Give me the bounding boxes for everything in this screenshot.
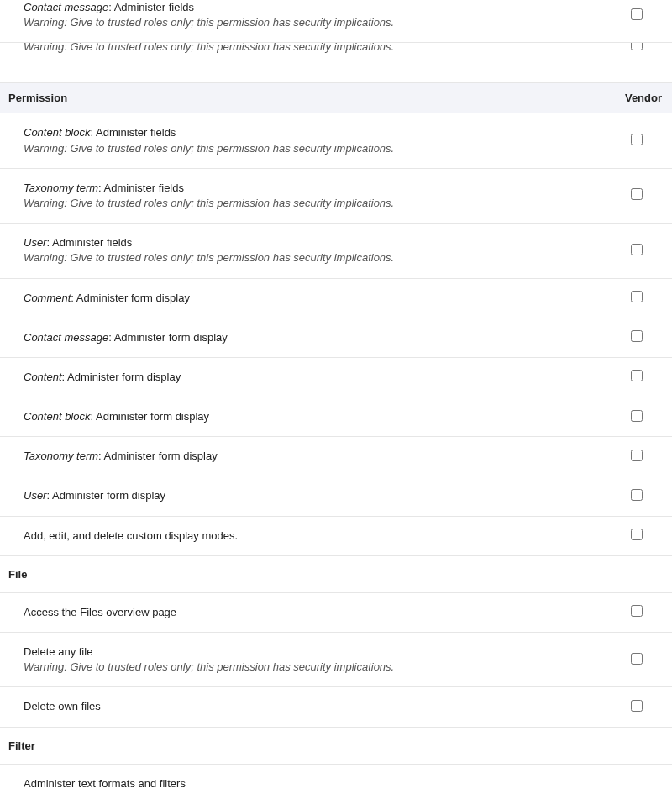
permission-label: Add, edit, and delete custom display mod… bbox=[24, 529, 612, 544]
permission-checkbox[interactable] bbox=[631, 450, 643, 461]
permission-row: Contact message: Administer form display bbox=[0, 318, 672, 358]
permission-row: Content block: Administer fieldsWarning:… bbox=[0, 113, 672, 168]
permission-checkbox[interactable] bbox=[631, 188, 643, 200]
permission-row: Content: Administer form display bbox=[0, 358, 672, 397]
table-header: Permission Vendor bbox=[0, 83, 672, 113]
permission-checkbox[interactable] bbox=[631, 134, 643, 145]
permission-checkbox[interactable] bbox=[631, 653, 643, 665]
permission-row: Contact message: Administer fields Warni… bbox=[0, 0, 672, 43]
permission-label: Content block: Administer fieldsWarning:… bbox=[24, 125, 612, 155]
permission-checkbox[interactable] bbox=[631, 529, 643, 540]
permission-label: Content: Administer fields Warning: Give… bbox=[24, 43, 612, 55]
header-vendor: Vendor bbox=[612, 92, 662, 104]
permission-checkbox[interactable] bbox=[631, 605, 643, 617]
permission-label: Administer text formats and filters Warn… bbox=[24, 776, 612, 789]
permission-row: Delete own files bbox=[0, 687, 672, 727]
permission-row: Access the Files overview page bbox=[0, 593, 672, 633]
permission-row: User: Administer form display bbox=[0, 476, 672, 516]
permission-label: Taxonomy term: Administer form display bbox=[24, 449, 612, 464]
permission-checkbox[interactable] bbox=[631, 43, 643, 50]
permission-row: Taxonomy term: Administer form display bbox=[0, 437, 672, 476]
section-file: File bbox=[0, 556, 672, 593]
permission-row: Add, edit, and delete custom display mod… bbox=[0, 517, 672, 556]
permission-checkbox[interactable] bbox=[631, 489, 643, 501]
permission-row: Administer text formats and filters Warn… bbox=[0, 765, 672, 789]
permission-row: Comment: Administer form display bbox=[0, 279, 672, 318]
permission-label: Delete own files bbox=[24, 699, 612, 714]
permission-row: Taxonomy term: Administer fieldsWarning:… bbox=[0, 169, 672, 224]
permission-label: Content: Administer form display bbox=[24, 370, 612, 385]
permission-checkbox[interactable] bbox=[631, 8, 643, 20]
section-filter: Filter bbox=[0, 728, 672, 765]
permission-label: User: Administer form display bbox=[24, 488, 612, 503]
permission-label: Contact message: Administer fields Warni… bbox=[24, 0, 612, 30]
header-permission: Permission bbox=[8, 92, 612, 104]
permission-label: Contact message: Administer form display bbox=[24, 330, 612, 345]
permission-checkbox[interactable] bbox=[631, 330, 643, 342]
permission-label: Content block: Administer form display bbox=[24, 409, 612, 424]
permission-checkbox[interactable] bbox=[631, 410, 643, 422]
permission-checkbox[interactable] bbox=[631, 291, 643, 302]
permission-row: User: Administer fieldsWarning: Give to … bbox=[0, 224, 672, 278]
permission-label: User: Administer fieldsWarning: Give to … bbox=[24, 235, 612, 266]
permission-checkbox[interactable] bbox=[631, 244, 643, 255]
permission-checkbox[interactable] bbox=[631, 370, 643, 381]
permission-label: Delete any fileWarning: Give to trusted … bbox=[24, 644, 612, 675]
permission-checkbox[interactable] bbox=[631, 700, 643, 712]
permission-row: Content block: Administer form display bbox=[0, 397, 672, 437]
permission-row: Delete any fileWarning: Give to trusted … bbox=[0, 633, 672, 687]
permission-label: Comment: Administer form display bbox=[24, 291, 612, 306]
permission-label: Taxonomy term: Administer fieldsWarning:… bbox=[24, 181, 612, 211]
permission-row: Content: Administer fields Warning: Give… bbox=[0, 43, 672, 83]
permission-label: Access the Files overview page bbox=[24, 605, 612, 620]
